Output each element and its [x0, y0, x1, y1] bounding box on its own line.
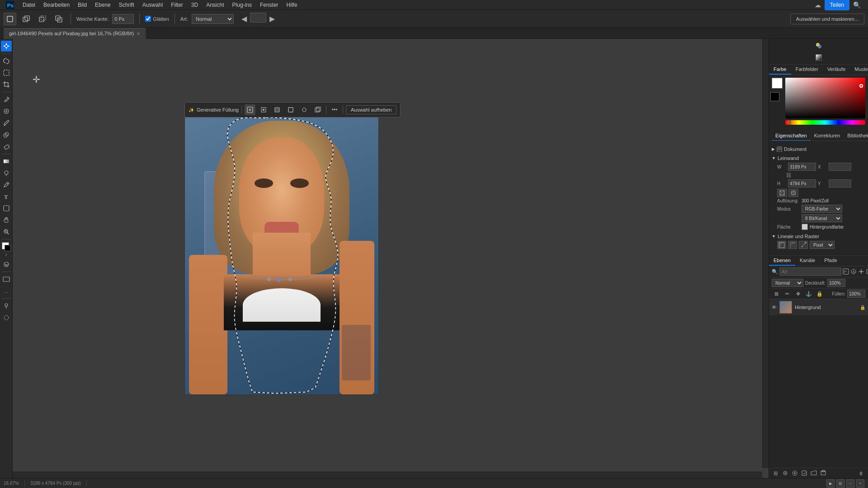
farbfelder-tab[interactable]: Farbfelder — [791, 65, 823, 75]
delete-layer-btn[interactable]: 🗑 — [857, 469, 865, 477]
share-button[interactable]: Teilen — [825, 0, 849, 10]
dokument-header[interactable]: ▶ Dokument — [772, 146, 865, 152]
lock-artboard-btn[interactable]: ⚓ — [804, 290, 813, 298]
tool-zoom[interactable] — [1, 226, 12, 237]
add-adjustment-btn[interactable] — [800, 469, 808, 477]
menu-bild[interactable]: Bild — [74, 1, 90, 9]
canvas-resize-btn-1[interactable] — [777, 189, 787, 197]
tool-brush2[interactable] — [1, 312, 12, 323]
subtract-from-selection-btn[interactable] — [36, 13, 49, 25]
width-input[interactable] — [788, 163, 816, 171]
lock-position-btn[interactable]: ✥ — [793, 290, 802, 298]
layers-mode-select[interactable]: Normal — [772, 279, 803, 287]
menu-bearbeiten[interactable]: Bearbeiten — [40, 1, 73, 9]
horizontal-scrollbar[interactable] — [13, 472, 762, 478]
tool-shape[interactable] — [1, 203, 12, 214]
select-mask-button[interactable]: Auswählen und maskieren... — [790, 14, 864, 24]
menu-3d[interactable]: 3D — [188, 1, 202, 9]
background-color[interactable] — [5, 245, 11, 251]
menu-schrift[interactable]: Schrift — [115, 1, 138, 9]
lineale-btn-2[interactable] — [788, 241, 797, 249]
tool-lasso[interactable] — [1, 56, 12, 66]
glatten-checkbox[interactable] — [145, 16, 151, 22]
brush-size-decrease[interactable]: ◀ — [239, 13, 249, 25]
tool-text[interactable]: T — [1, 191, 12, 202]
add-folder-btn[interactable] — [810, 469, 818, 477]
tool-heal[interactable] — [1, 106, 12, 117]
stroke-btn[interactable] — [285, 104, 296, 115]
menu-filter[interactable]: Filter — [167, 1, 187, 9]
tool-hand[interactable] — [1, 215, 12, 225]
tool-move[interactable] — [1, 41, 12, 52]
flaeche-color[interactable] — [802, 224, 808, 230]
canvas-area[interactable]: ✨ Generative Füllung — [13, 39, 769, 478]
verlaeufe-tab[interactable]: Verläufe — [823, 65, 850, 75]
menu-ebene[interactable]: Ebene — [91, 1, 114, 9]
subtract-btn[interactable] — [312, 104, 323, 115]
x-input[interactable] — [829, 163, 851, 171]
menu-hilfe[interactable]: Hilfe — [283, 1, 301, 9]
layer-item-hintergrund[interactable]: 👁 Hintergrund 🔒 — [769, 299, 868, 316]
height-input[interactable] — [788, 179, 816, 188]
grid-view-btn[interactable]: ⊞ — [836, 479, 844, 488]
cancel-selection-btn[interactable]: Auswahl aufheben — [346, 105, 397, 114]
tool-quick-mask[interactable] — [1, 259, 12, 270]
color-spectrum[interactable] — [785, 78, 865, 118]
tool-extras[interactable]: ... — [1, 286, 12, 296]
menu-auswahl[interactable]: Auswahl — [139, 1, 166, 9]
intersect-selection-btn[interactable] — [52, 13, 65, 25]
layers-search-input[interactable] — [779, 267, 841, 276]
layers-filter-btn-1[interactable]: P — [843, 267, 849, 276]
menu-datei[interactable]: Datei — [19, 1, 39, 9]
tab-close-btn[interactable]: ✕ — [137, 31, 140, 36]
ebenen-tab[interactable]: Ebenen — [769, 256, 795, 266]
bit-select[interactable]: 8 Bit/Kanal — [802, 214, 842, 222]
color-cursor[interactable] — [859, 84, 863, 88]
y-input[interactable] — [829, 179, 851, 188]
bibliotheken-tab[interactable]: Bibliotheken — [844, 131, 868, 141]
link-layers-btn[interactable]: ⛓ — [772, 469, 780, 477]
tool-clone[interactable] — [1, 129, 12, 140]
hue-bar[interactable] — [785, 120, 865, 125]
new-selection-btn[interactable] — [4, 13, 16, 25]
layers-filter-btn-4[interactable] — [866, 267, 868, 276]
brush-size-input[interactable] — [250, 13, 266, 23]
art-select[interactable]: Normal Kante prüfen — [192, 14, 234, 24]
tool-dodge[interactable] — [1, 168, 12, 178]
add-to-selection-btn[interactable] — [20, 13, 33, 25]
layers-filter-btn-2[interactable]: A — [850, 267, 857, 276]
zoom-out-btn[interactable]: − — [846, 479, 854, 488]
tool-eraser[interactable] — [1, 141, 12, 152]
circle-btn[interactable] — [299, 104, 310, 115]
brush-size-increase[interactable]: ▶ — [267, 13, 277, 25]
search-icon[interactable]: 🔍 — [853, 1, 861, 9]
tool-eyedropper[interactable] — [1, 94, 12, 105]
tool-pen[interactable] — [1, 179, 12, 190]
canvas-resize-btn-2[interactable] — [788, 189, 798, 197]
more-options-btn[interactable]: ••• — [329, 104, 340, 115]
korrekturen-tab[interactable]: Korrekturen — [811, 131, 844, 141]
link-proportions-icon[interactable]: ⛓ — [786, 172, 792, 178]
foreground-swatch[interactable] — [772, 78, 783, 89]
tool-pin[interactable] — [1, 300, 12, 311]
menu-plugins[interactable]: Plug-ins — [229, 1, 255, 9]
tool-screen-mode[interactable] — [1, 274, 12, 285]
color-tab[interactable]: Farbe — [769, 65, 791, 75]
tool-select[interactable] — [1, 67, 12, 78]
add-mask-btn[interactable] — [791, 469, 799, 477]
weiche-kante-input[interactable] — [112, 14, 134, 24]
lineale-btn-3[interactable] — [799, 241, 808, 249]
document-tab[interactable]: girl-1846490 Pexels auf Pixabay.jpg bei … — [4, 28, 146, 39]
lineale-header[interactable]: ▼ Lineale und Raster — [772, 234, 865, 239]
tool-gradient[interactable] — [1, 156, 12, 167]
pixel-unit-select[interactable]: Pixel — [810, 241, 835, 249]
background-swatch[interactable] — [770, 92, 779, 101]
timeline-btn[interactable]: ▶ — [826, 479, 835, 488]
layers-filter-btn-3[interactable] — [858, 267, 864, 276]
add-layer-btn[interactable] — [819, 469, 827, 477]
opacity-input[interactable] — [827, 279, 845, 287]
cloud-icon[interactable]: ☁ — [815, 1, 821, 9]
tool-brush[interactable] — [1, 117, 12, 128]
leinwand-header[interactable]: ▼ Leinwand — [772, 155, 865, 161]
layer-visibility-btn[interactable]: 👁 — [772, 305, 777, 310]
